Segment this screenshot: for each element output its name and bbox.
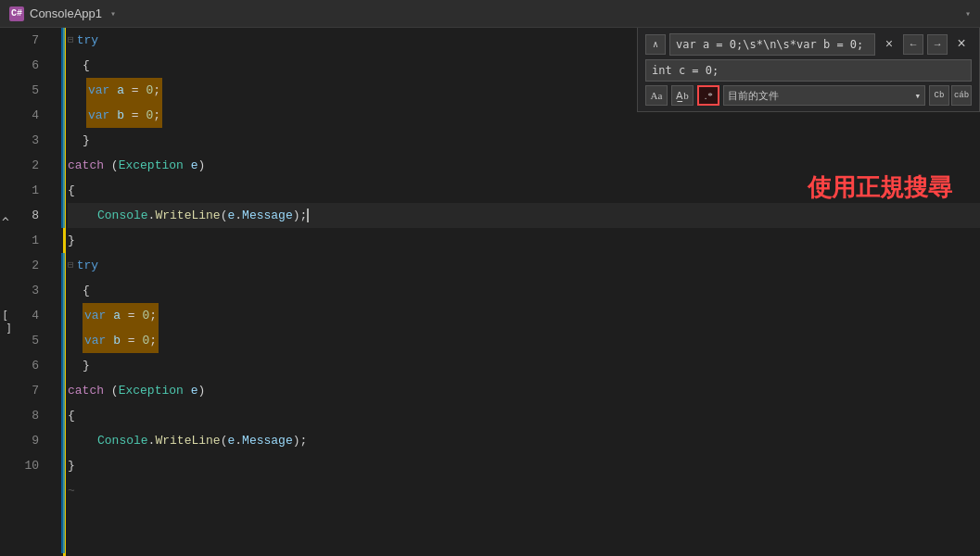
main-layout: ^ [ ] 7 6 5 4 3 2 1 8 1 2 3 4 5 6 7 8 9 … (0, 28, 980, 556)
scope-icon-2[interactable]: cáb (951, 85, 972, 106)
prev-match-button[interactable]: ← (903, 34, 923, 55)
line-num-6: 2 (17, 153, 46, 178)
match-case-button[interactable]: Aa (645, 85, 668, 106)
regex-button[interactable]: .* (697, 85, 719, 106)
line-num-12: 4 (17, 303, 46, 328)
code-line-catch2: catch (Exception e) (68, 378, 980, 403)
title-dropdown-icon[interactable]: ▾ (106, 6, 121, 21)
code-line-brace8: } (68, 453, 980, 478)
collapse-icon-2[interactable]: ⊟ (68, 253, 74, 278)
replace-input[interactable] (652, 64, 965, 77)
line-num-1: 7 (17, 28, 46, 53)
line-num-17: 9 (17, 428, 46, 453)
line-num-18: 10 (17, 453, 46, 478)
find-input[interactable] (676, 38, 869, 51)
bracket-indicator-close: ] (6, 322, 12, 335)
replace-input-container (645, 59, 972, 82)
code-line-brace4: } (68, 228, 980, 253)
fold-bar-1 (61, 28, 65, 228)
scope-dropdown[interactable]: 目前的文件 ▾ (723, 85, 925, 106)
caret-indicator: ^ (2, 215, 9, 229)
find-row: ∧ × ← → × (645, 33, 972, 56)
title-bar: C# ConsoleApp1 ▾ ▾ (0, 0, 980, 28)
line-num-10: 2 (17, 253, 46, 278)
line-num-2: 6 (17, 53, 46, 78)
code-line-brace3: { (68, 178, 980, 203)
editor-area[interactable]: 7 6 5 4 3 2 1 8 1 2 3 4 5 6 7 8 9 10 ⊟tr… (17, 28, 980, 556)
code-line-catch1: catch (Exception e) (68, 153, 980, 178)
line-num-16: 8 (17, 403, 46, 428)
code-line-brace2: } (68, 128, 980, 153)
line-num-5: 3 (17, 128, 46, 153)
collapse-icon-1[interactable]: ⊟ (68, 28, 74, 53)
scope-icon-1[interactable]: Cb (929, 85, 949, 106)
replace-row (645, 59, 972, 82)
bracket-indicator: [ (2, 310, 8, 322)
code-line-console2: Console.WriteLine(e.Message); (68, 428, 980, 453)
next-match-button[interactable]: → (927, 34, 948, 55)
scope-label: 目前的文件 (728, 89, 779, 103)
scope-icons: Cb cáb (929, 85, 972, 106)
find-replace-panel: ∧ × ← → × (637, 28, 980, 112)
line-num-9: 1 (17, 228, 46, 253)
line-num-3: 5 (17, 78, 46, 103)
line-num-15: 7 (17, 378, 46, 403)
app-icon: C# (9, 6, 24, 21)
line-num-14: 6 (17, 353, 46, 378)
app-title: ConsoleApp1 (30, 6, 102, 20)
whole-word-button[interactable]: A̲b (671, 85, 694, 106)
scope-dropdown-icon: ▾ (914, 90, 921, 102)
line-num-8: 8 (17, 203, 46, 228)
line-num-7: 1 (17, 178, 46, 203)
line-num-11: 3 (17, 278, 46, 303)
close-panel-button[interactable]: × (951, 34, 972, 55)
find-input-container (669, 33, 875, 56)
code-line-brace6: } (68, 353, 980, 378)
code-line-tilde: ~ (68, 478, 980, 503)
right-dropdown-icon[interactable]: ▾ (965, 8, 971, 19)
line-num-13: 5 (17, 328, 46, 353)
code-line-var-b2: var b = 0; (68, 328, 980, 353)
title-bar-right: ▾ (965, 8, 971, 19)
code-line-console1: Console.WriteLine(e.Message); (68, 203, 980, 228)
options-row: Aa A̲b .* 目前的文件 ▾ Cb cáb (645, 85, 972, 106)
line-numbers: 7 6 5 4 3 2 1 8 1 2 3 4 5 6 7 8 9 10 (17, 28, 54, 478)
code-line-try2: ⊟try (68, 253, 980, 278)
code-line-brace7: { (68, 403, 980, 428)
code-line-brace5: { (68, 278, 980, 303)
close-find-button[interactable]: × (879, 34, 899, 55)
code-line-var-a2: var a = 0; (68, 303, 980, 328)
expand-chevron-button[interactable]: ∧ (645, 34, 666, 55)
fold-bar-2 (61, 253, 65, 553)
line-num-4: 4 (17, 103, 46, 128)
side-indicator-bar: ^ [ ] (0, 28, 17, 556)
